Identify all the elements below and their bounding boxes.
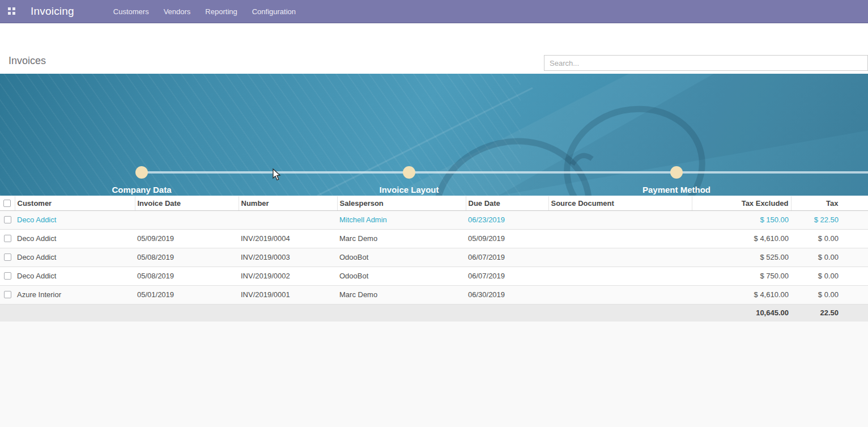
cell-due-date: 05/09/2019 — [466, 229, 548, 248]
cell-due-date: 06/30/2019 — [466, 285, 548, 304]
banner-background-art — [0, 74, 868, 196]
cell-salesperson: Marc Demo — [337, 285, 466, 304]
column-header-tax[interactable]: Tax — [791, 196, 868, 210]
step-dot-invoice-layout — [403, 166, 415, 179]
app-title[interactable]: Invoicing — [31, 5, 74, 18]
cell-tax-excluded: $ 150.00 — [692, 210, 791, 229]
step-dot-payment-method — [670, 166, 683, 179]
cell-invoice-date: 05/08/2019 — [135, 248, 239, 267]
total-tax-excluded: 10,645.00 — [692, 304, 791, 322]
row-checkbox[interactable] — [4, 272, 11, 280]
table-row[interactable]: Azure Interior 05/01/2019 INV/2019/0001 … — [0, 285, 868, 304]
apps-menu-icon[interactable] — [8, 7, 16, 15]
table-header-row: Customer Invoice Date Number Salesperson… — [0, 196, 868, 210]
column-header-customer[interactable]: Customer — [15, 196, 135, 210]
cell-tax-excluded: $ 4,610.00 — [692, 285, 791, 304]
cell-salesperson: Mitchell Admin — [337, 210, 466, 229]
column-header-invoice-date[interactable]: Invoice Date — [135, 196, 239, 210]
cell-invoice-date: 05/01/2019 — [135, 285, 239, 304]
row-checkbox[interactable] — [4, 216, 11, 223]
column-header-tax-excluded[interactable]: Tax Excluded — [692, 196, 791, 210]
cell-customer: Deco Addict — [15, 210, 135, 229]
cell-due-date: 06/23/2019 — [466, 210, 548, 229]
select-all-cell — [0, 196, 15, 210]
step-dot-company-data — [135, 166, 148, 179]
cell-source-document — [548, 210, 692, 229]
onboarding-step-payment-method: Payment Method Configure your payment me… — [603, 185, 750, 196]
step-title: Company Data — [68, 185, 215, 195]
cell-source-document — [548, 229, 692, 248]
row-checkbox[interactable] — [4, 253, 11, 261]
onboarding-step-invoice-layout: Invoice Layout Customize the look of you… — [335, 185, 483, 196]
content-background — [0, 322, 868, 427]
cell-number: INV/2019/0002 — [239, 267, 337, 285]
cell-number: INV/2019/0003 — [239, 248, 337, 267]
onboarding-progress-line — [142, 171, 868, 174]
nav-item-customers[interactable]: Customers — [106, 0, 156, 23]
cell-tax: $ 0.00 — [791, 229, 868, 248]
table-row[interactable]: Deco Addict 05/08/2019 INV/2019/0002 Odo… — [0, 267, 868, 285]
cell-source-document — [548, 248, 692, 267]
cell-tax: $ 0.00 — [791, 267, 868, 285]
cell-salesperson: Marc Demo — [337, 229, 466, 248]
search-box — [544, 55, 868, 71]
nav-item-reporting[interactable]: Reporting — [198, 0, 244, 23]
onboarding-banner: Company Data Set your company's data for… — [0, 74, 868, 196]
cell-customer: Deco Addict — [15, 248, 135, 267]
control-panel: Invoices ✚Create Import Filters ≡ Group … — [0, 23, 868, 74]
cell-customer: Deco Addict — [15, 229, 135, 248]
column-header-number[interactable]: Number — [239, 196, 337, 210]
step-title: Invoice Layout — [335, 185, 483, 195]
cell-invoice-date — [135, 210, 239, 229]
onboarding-step-company-data: Company Data Set your company's data for… — [68, 185, 215, 196]
cell-invoice-date: 05/08/2019 — [135, 267, 239, 285]
top-navbar: Invoicing Customers Vendors Reporting Co… — [0, 0, 868, 23]
nav-menu: Customers Vendors Reporting Configuratio… — [106, 0, 303, 23]
cell-source-document — [548, 267, 692, 285]
table-row[interactable]: Deco Addict Mitchell Admin 06/23/2019 $ … — [0, 210, 868, 229]
cell-tax-excluded: $ 750.00 — [692, 267, 791, 285]
column-header-salesperson[interactable]: Salesperson — [337, 196, 466, 210]
cell-due-date: 06/07/2019 — [466, 267, 548, 285]
nav-item-configuration[interactable]: Configuration — [245, 0, 303, 23]
cell-customer: Deco Addict — [15, 267, 135, 285]
column-header-source-document[interactable]: Source Document — [548, 196, 692, 210]
column-header-due-date[interactable]: Due Date — [466, 196, 548, 210]
page-title: Invoices — [8, 55, 46, 67]
cell-source-document — [548, 285, 692, 304]
cell-salesperson: OdooBot — [337, 267, 466, 285]
cell-tax: $ 22.50 — [791, 210, 868, 229]
cell-tax: $ 0.00 — [791, 248, 868, 267]
search-input[interactable] — [544, 56, 867, 70]
row-checkbox[interactable] — [4, 291, 11, 298]
cell-invoice-date: 05/09/2019 — [135, 229, 239, 248]
cell-customer: Azure Interior — [15, 285, 135, 304]
cell-number: INV/2019/0001 — [239, 285, 337, 304]
cell-tax-excluded: $ 4,610.00 — [692, 229, 791, 248]
nav-item-vendors[interactable]: Vendors — [156, 0, 198, 23]
cell-tax-excluded: $ 525.00 — [692, 248, 791, 267]
cell-number: INV/2019/0004 — [239, 229, 337, 248]
select-all-checkbox[interactable] — [3, 200, 11, 207]
invoicing-app-window: Invoicing Customers Vendors Reporting Co… — [0, 0, 868, 427]
cell-salesperson: OdooBot — [337, 248, 466, 267]
step-title: Payment Method — [603, 185, 750, 195]
cell-due-date: 06/07/2019 — [466, 248, 548, 267]
table-row[interactable]: Deco Addict 05/08/2019 INV/2019/0003 Odo… — [0, 248, 868, 267]
cell-number — [239, 210, 337, 229]
totals-row: 10,645.00 22.50 — [0, 304, 868, 322]
table-row[interactable]: Deco Addict 05/09/2019 INV/2019/0004 Mar… — [0, 229, 868, 248]
total-tax: 22.50 — [791, 304, 868, 322]
cell-tax: $ 0.00 — [791, 285, 868, 304]
row-checkbox[interactable] — [4, 235, 11, 242]
invoice-list: Customer Invoice Date Number Salesperson… — [0, 196, 868, 322]
